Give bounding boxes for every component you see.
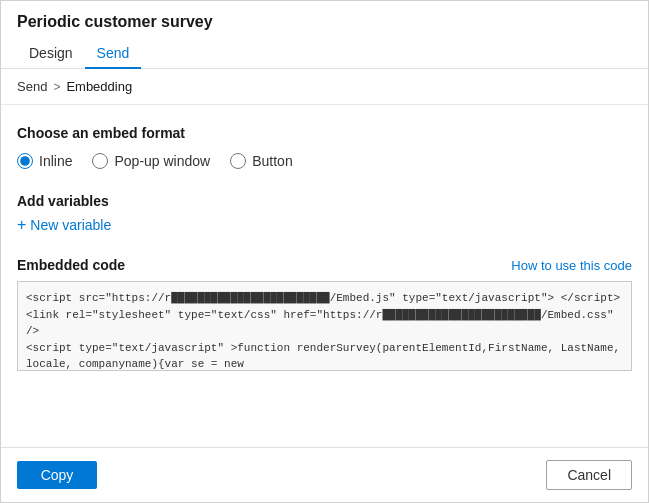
- new-variable-button[interactable]: + New variable: [17, 217, 111, 233]
- main-content: Choose an embed format Inline Pop-up win…: [1, 105, 648, 447]
- code-textarea[interactable]: <script src="https://r<span style="backg…: [17, 281, 632, 371]
- radio-inline-input[interactable]: [17, 153, 33, 169]
- breadcrumb-parent: Send: [17, 79, 47, 94]
- tab-design[interactable]: Design: [17, 39, 85, 69]
- breadcrumb-separator: >: [53, 80, 60, 94]
- embed-format-radio-group: Inline Pop-up window Button: [17, 153, 632, 169]
- how-to-link[interactable]: How to use this code: [511, 258, 632, 273]
- embedded-code-header: Embedded code How to use this code: [17, 257, 632, 273]
- radio-button[interactable]: Button: [230, 153, 292, 169]
- tab-send[interactable]: Send: [85, 39, 142, 69]
- embedded-code-section: Embedded code How to use this code <scri…: [17, 257, 632, 374]
- embedded-code-label: Embedded code: [17, 257, 125, 273]
- nav-tabs: Design Send: [17, 39, 632, 68]
- breadcrumb: Send > Embedding: [1, 69, 648, 105]
- window-title: Periodic customer survey: [17, 13, 632, 31]
- main-window: Periodic customer survey Design Send Sen…: [0, 0, 649, 503]
- radio-popup-input[interactable]: [92, 153, 108, 169]
- add-variables-title: Add variables: [17, 193, 632, 209]
- plus-icon: +: [17, 217, 26, 233]
- breadcrumb-current: Embedding: [66, 79, 132, 94]
- radio-button-input[interactable]: [230, 153, 246, 169]
- radio-inline[interactable]: Inline: [17, 153, 72, 169]
- title-bar: Periodic customer survey Design Send: [1, 1, 648, 69]
- copy-button[interactable]: Copy: [17, 461, 97, 489]
- footer: Copy Cancel: [1, 447, 648, 502]
- embed-format-section: Choose an embed format Inline Pop-up win…: [17, 125, 632, 169]
- embed-format-title: Choose an embed format: [17, 125, 632, 141]
- cancel-button[interactable]: Cancel: [546, 460, 632, 490]
- add-variables-section: Add variables + New variable: [17, 193, 632, 233]
- radio-popup[interactable]: Pop-up window: [92, 153, 210, 169]
